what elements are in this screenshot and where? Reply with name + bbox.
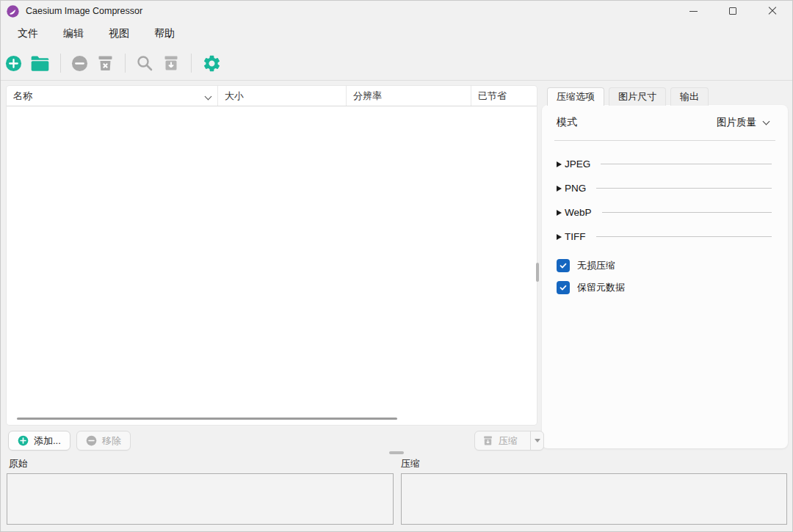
settings-button[interactable] — [202, 54, 222, 73]
dropdown-arrow-icon — [535, 439, 540, 442]
section-label-webp: WebP — [565, 207, 592, 218]
compress-dropdown-button[interactable] — [530, 431, 543, 450]
section-jpeg[interactable]: JPEG — [557, 152, 773, 176]
keep-metadata-label: 保留元数据 — [577, 281, 625, 294]
menu-bar: 文件 编辑 视图 帮助 — [1, 21, 792, 46]
menu-file[interactable]: 文件 — [5, 23, 51, 44]
gear-icon — [202, 54, 222, 73]
column-header-size[interactable]: 大小 — [217, 86, 346, 106]
section-label-png: PNG — [565, 183, 586, 194]
plus-circle-icon — [18, 435, 29, 446]
panel-splitter-handle[interactable] — [536, 263, 539, 282]
magnifier-icon — [136, 54, 153, 72]
toolbar-separator — [125, 54, 126, 73]
preview-button[interactable] — [136, 54, 153, 72]
column-header-resolution[interactable]: 分辨率 — [346, 86, 471, 106]
column-header-name[interactable]: 名称 — [7, 86, 217, 106]
tab-compression-options[interactable]: 压缩选项 — [547, 87, 604, 106]
plus-circle-icon — [5, 55, 22, 72]
collapsed-arrow-icon — [557, 186, 562, 192]
original-preview-box — [7, 473, 394, 525]
tab-image-size[interactable]: 图片尺寸 — [609, 87, 666, 106]
app-window: Caesium Image Compressor 文件 编辑 视图 帮助 — [0, 0, 793, 532]
section-rule — [601, 164, 772, 164]
compress-button-label: 压缩 — [499, 434, 518, 448]
window-controls — [673, 1, 792, 21]
preview-splitter-handle[interactable] — [389, 451, 404, 454]
table-header: 名称 大小 分辨率 已节省 — [7, 86, 537, 106]
section-png[interactable]: PNG — [557, 176, 773, 200]
sort-chevron-icon — [205, 93, 212, 101]
section-webp[interactable]: WebP — [557, 200, 773, 225]
lossless-compression-option[interactable]: 无损压缩 — [557, 255, 773, 277]
collapsed-arrow-icon — [557, 210, 562, 216]
maximize-button[interactable] — [713, 1, 753, 21]
checkbox-checked-icon[interactable] — [557, 259, 570, 272]
mode-selected-value: 图片质量 — [717, 116, 756, 129]
remove-item-button[interactable] — [71, 55, 88, 72]
menu-edit[interactable]: 编辑 — [51, 23, 96, 44]
lossless-compression-label: 无损压缩 — [577, 259, 615, 272]
folder-icon — [30, 55, 50, 72]
add-button[interactable]: 添加... — [8, 431, 70, 451]
section-rule — [596, 236, 772, 237]
minus-circle-icon — [86, 435, 97, 446]
compressed-preview-label: 压缩 — [401, 457, 420, 470]
title-bar: Caesium Image Compressor — [1, 1, 792, 21]
mode-select[interactable]: 图片质量 — [712, 113, 773, 132]
caesium-logo-icon — [7, 5, 19, 18]
mode-row: 模式 图片质量 — [542, 105, 788, 140]
chevron-down-icon — [763, 117, 770, 125]
trash-x-icon — [96, 54, 115, 72]
column-label-saved: 已节省 — [478, 90, 507, 103]
section-label-jpeg: JPEG — [565, 158, 590, 170]
tab-output[interactable]: 输出 — [670, 87, 709, 106]
add-images-button[interactable] — [5, 55, 22, 72]
clear-list-button[interactable] — [96, 54, 115, 72]
minus-circle-icon — [71, 55, 88, 72]
toolbar-separator — [191, 54, 192, 73]
section-rule — [602, 212, 772, 213]
close-button[interactable] — [753, 1, 792, 21]
toolbar — [1, 46, 792, 80]
compress-split-button: 压缩 — [474, 431, 544, 451]
menu-view[interactable]: 视图 — [96, 23, 142, 44]
add-button-label: 添加... — [34, 434, 61, 448]
open-folder-button[interactable] — [30, 55, 50, 72]
compress-box-icon — [162, 54, 181, 72]
column-label-name: 名称 — [13, 90, 32, 103]
collapsed-arrow-icon — [557, 161, 562, 167]
horizontal-scrollbar[interactable] — [17, 418, 397, 420]
original-preview-label: 原始 — [9, 457, 28, 470]
compress-button-toolbar[interactable] — [162, 54, 181, 72]
toolbar-separator — [60, 54, 61, 73]
keep-metadata-option[interactable]: 保留元数据 — [557, 277, 773, 299]
column-label-size: 大小 — [225, 90, 244, 103]
minimize-icon — [689, 11, 698, 12]
section-tiff[interactable]: TIFF — [557, 225, 773, 249]
option-checkboxes: 无损压缩 保留元数据 — [542, 249, 788, 299]
close-icon — [768, 7, 777, 15]
format-sections: JPEG PNG WebP TIFF — [542, 141, 788, 249]
compression-options-panel: 模式 图片质量 JPEG PNG WebP — [542, 105, 788, 448]
toolbar-divider — [1, 80, 792, 81]
file-list-table: 名称 大小 分辨率 已节省 — [7, 86, 537, 425]
checkbox-checked-icon[interactable] — [557, 281, 570, 294]
remove-button[interactable]: 移除 — [76, 431, 131, 451]
mode-label: 模式 — [557, 116, 577, 129]
maximize-icon — [729, 7, 736, 15]
remove-button-label: 移除 — [102, 434, 121, 448]
column-header-saved[interactable]: 已节省 — [471, 86, 537, 106]
section-rule — [596, 188, 772, 189]
section-label-tiff: TIFF — [565, 231, 586, 242]
compressed-preview-box — [401, 473, 787, 525]
compress-box-icon — [482, 435, 493, 446]
window-title: Caesium Image Compressor — [26, 6, 142, 16]
collapsed-arrow-icon — [557, 234, 562, 240]
settings-tabs: 压缩选项 图片尺寸 输出 — [547, 87, 709, 106]
menu-help[interactable]: 帮助 — [142, 23, 187, 44]
minimize-button[interactable] — [673, 1, 713, 21]
compress-button[interactable]: 压缩 — [475, 431, 525, 450]
column-label-resolution: 分辨率 — [353, 90, 382, 103]
